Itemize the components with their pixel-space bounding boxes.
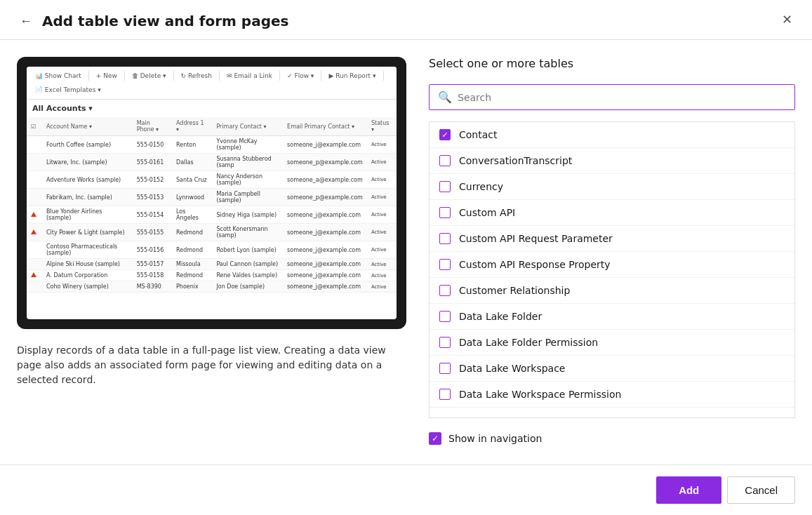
- table-row: Alpine Ski House (sample) 555-0157 Misso…: [27, 259, 397, 270]
- data-table: ☑ Account Name ▾ Main Phone ▾ Address 1 …: [27, 117, 397, 293]
- col-main-phone: Main Phone ▾: [133, 117, 172, 136]
- toolbar-divider-7: [383, 71, 384, 81]
- list-item-data-lake-workspace[interactable]: Data Lake Workspace: [430, 356, 794, 382]
- table-row: Coho Winery (sample) MS-8390 Phoenix Jon…: [27, 281, 397, 293]
- col-primary-contact: Primary Contact ▾: [212, 117, 283, 136]
- checkbox-contact[interactable]: [439, 129, 451, 140]
- checkbox-currency[interactable]: [439, 181, 451, 192]
- search-box[interactable]: 🔍: [429, 84, 795, 110]
- dialog-title: Add table view and form pages: [42, 13, 795, 29]
- table-row: A. Datum Corporation 555-0158 Redmond Re…: [27, 270, 397, 281]
- item-label-conversation-transcript: ConversationTranscript: [459, 155, 572, 166]
- toolbar-flow: ✓ Flow ▾: [284, 71, 317, 81]
- list-item-data-lake-folder[interactable]: Data Lake Folder: [430, 304, 794, 330]
- toolbar-divider-6: [321, 71, 321, 81]
- col-account-name: Account Name ▾: [42, 117, 133, 136]
- item-label-data-lake-workspace: Data Lake Workspace: [459, 363, 565, 374]
- toolbar-email: ✉ Email a Link: [224, 71, 275, 81]
- item-label-custom-api-response-property: Custom API Response Property: [459, 259, 611, 270]
- toolbar-divider-1: [88, 71, 89, 81]
- table-row: Litware, Inc. (sample) 555-0161 Dallas S…: [27, 154, 397, 171]
- checkbox-data-lake-workspace-permission[interactable]: [439, 389, 451, 400]
- checkbox-custom-api[interactable]: [439, 207, 451, 218]
- list-item-customer-relationship[interactable]: Customer Relationship: [430, 278, 794, 304]
- checkbox-customer-relationship[interactable]: [439, 285, 451, 296]
- item-label-data-lake-workspace-permission: Data Lake Workspace Permission: [459, 389, 621, 400]
- toolbar-show-chart: 📊 Show Chart: [32, 71, 84, 81]
- panel-heading: Select one or more tables: [429, 57, 795, 70]
- item-label-data-lake-folder: Data Lake Folder: [459, 311, 542, 322]
- add-button[interactable]: Add: [656, 476, 721, 504]
- checkbox-data-lake-folder[interactable]: [439, 311, 451, 322]
- dialog-header: ← Add table view and form pages ✕: [0, 0, 812, 40]
- item-label-customer-relationship: Customer Relationship: [459, 285, 570, 296]
- show-navigation-row[interactable]: Show in navigation: [429, 429, 795, 448]
- table-row: Fourth Coffee (sample) 555-0150 Renton Y…: [27, 136, 397, 154]
- col-status: Status ▾: [367, 117, 397, 136]
- dialog-footer: Add Cancel: [0, 464, 812, 515]
- table-row: City Power & Light (sample) 555-0155 Red…: [27, 224, 397, 241]
- item-label-currency: Currency: [459, 181, 503, 192]
- toolbar-excel: 📄 Excel Templates ▾: [32, 85, 104, 95]
- item-label-contact: Contact: [459, 129, 497, 140]
- description-text: Display records of a data table in a ful…: [17, 343, 406, 387]
- left-panel: 📊 Show Chart + New 🗑 Delete ▾ ↻ Refresh …: [17, 57, 406, 448]
- right-panel: Select one or more tables 🔍 Contact Conv…: [429, 57, 795, 448]
- tablet-screen: 📊 Show Chart + New 🗑 Delete ▾ ↻ Refresh …: [27, 67, 397, 319]
- toolbar-divider-2: [124, 71, 125, 81]
- tablet-toolbar: 📊 Show Chart + New 🗑 Delete ▾ ↻ Refresh …: [27, 67, 397, 100]
- search-icon: 🔍: [438, 91, 452, 104]
- toolbar-run-report: ▶ Run Report ▾: [326, 71, 378, 81]
- tablet-table-header: All Accounts ▾: [27, 100, 397, 117]
- toolbar-divider-3: [173, 71, 174, 81]
- toolbar-delete: 🗑 Delete ▾: [129, 71, 169, 81]
- table-row: Fabrikam, Inc. (sample) 555-0153 Lynnwoo…: [27, 189, 397, 206]
- checkbox-conversation-transcript[interactable]: [439, 155, 451, 166]
- item-label-custom-api: Custom API: [459, 207, 515, 218]
- show-navigation-label: Show in navigation: [448, 433, 542, 444]
- dialog-body: 📊 Show Chart + New 🗑 Delete ▾ ↻ Refresh …: [0, 40, 812, 464]
- checkbox-custom-api-request-parameter[interactable]: [439, 233, 451, 244]
- list-item-data-lake-workspace-permission[interactable]: Data Lake Workspace Permission: [430, 382, 794, 408]
- checkbox-custom-api-response-property[interactable]: [439, 259, 451, 270]
- checkbox-data-lake-workspace[interactable]: [439, 363, 451, 374]
- table-row: Blue Yonder Airlines (sample) 555-0154 L…: [27, 206, 397, 224]
- item-label-data-lake-folder-permission: Data Lake Folder Permission: [459, 337, 598, 348]
- back-button[interactable]: ←: [17, 14, 35, 29]
- close-button[interactable]: ✕: [779, 9, 795, 30]
- list-item-contact[interactable]: Contact: [430, 122, 794, 148]
- list-item-custom-api-request-parameter[interactable]: Custom API Request Parameter: [430, 226, 794, 252]
- toolbar-divider-5: [279, 71, 280, 81]
- cancel-button[interactable]: Cancel: [727, 476, 795, 504]
- toolbar-new: + New: [93, 71, 120, 81]
- list-item-currency[interactable]: Currency: [430, 174, 794, 200]
- add-table-dialog: ← Add table view and form pages ✕ 📊 Show…: [0, 0, 812, 515]
- table-list: Contact ConversationTranscript Currency …: [429, 121, 795, 418]
- table-row: Contoso Pharmaceuticals (sample) 555-015…: [27, 241, 397, 259]
- tablet-preview: 📊 Show Chart + New 🗑 Delete ▾ ↻ Refresh …: [17, 57, 406, 329]
- checkbox-data-lake-folder-permission[interactable]: [439, 337, 451, 348]
- col-address: Address 1 ▾: [172, 117, 212, 136]
- toolbar-refresh: ↻ Refresh: [178, 71, 215, 81]
- item-label-custom-api-request-parameter: Custom API Request Parameter: [459, 233, 613, 244]
- list-item-custom-api[interactable]: Custom API: [430, 200, 794, 226]
- show-navigation-checkbox[interactable]: [429, 432, 441, 445]
- list-item-conversation-transcript[interactable]: ConversationTranscript: [430, 148, 794, 174]
- search-input[interactable]: [458, 92, 786, 103]
- list-item-data-lake-folder-permission[interactable]: Data Lake Folder Permission: [430, 330, 794, 356]
- list-item-custom-api-response-property[interactable]: Custom API Response Property: [430, 252, 794, 278]
- col-checkbox: ☑: [27, 117, 42, 136]
- col-email: Email Primary Contact ▾: [283, 117, 367, 136]
- table-row: Adventure Works (sample) 555-0152 Santa …: [27, 171, 397, 189]
- table-title: All Accounts ▾: [32, 104, 93, 113]
- toolbar-divider-4: [219, 71, 220, 81]
